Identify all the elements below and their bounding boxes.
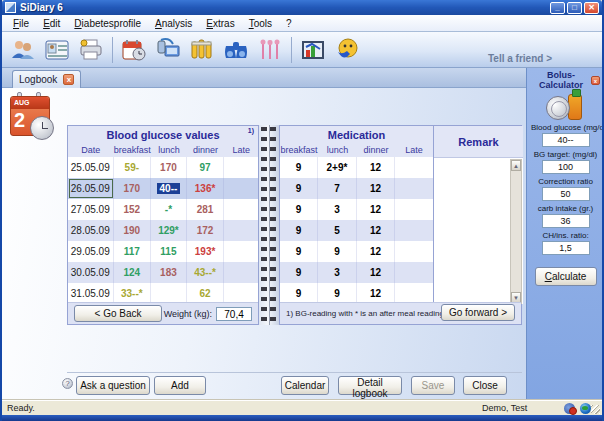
data-transfer-icon[interactable] xyxy=(151,35,185,65)
tell-a-friend-smiley-icon[interactable] xyxy=(330,35,364,65)
glucose-value-cell[interactable]: 62 xyxy=(187,283,225,304)
medication-cell[interactable] xyxy=(395,178,433,199)
glucose-value-cell[interactable] xyxy=(151,283,187,304)
bolus-field-input[interactable]: 1,5 xyxy=(542,241,590,255)
glucose-value-cell[interactable]: 170 xyxy=(114,178,152,199)
medication-cell[interactable]: 9 xyxy=(280,262,318,283)
calculate-button[interactable]: Calculate xyxy=(535,267,597,286)
menu-item-tools[interactable]: Tools xyxy=(242,17,279,30)
close-button[interactable]: ✕ xyxy=(584,2,599,14)
glucose-value-cell[interactable] xyxy=(224,178,258,199)
menu-item-extras[interactable]: Extras xyxy=(199,17,241,30)
medication-cell[interactable]: 9 xyxy=(280,220,318,241)
medication-cell[interactable]: 9 xyxy=(318,241,357,262)
glucose-value-cell[interactable]: 129* xyxy=(151,220,187,241)
go-back-button[interactable]: < Go Back xyxy=(74,305,162,322)
glucose-value-cell[interactable]: 170 xyxy=(151,157,187,178)
users-icon[interactable] xyxy=(6,35,40,65)
medication-cell[interactable]: 12 xyxy=(357,220,395,241)
glucose-value-cell[interactable]: 40-- xyxy=(151,178,187,199)
close-logbook-button[interactable]: Close xyxy=(463,376,507,395)
month-calendar-icon[interactable]: AUG 2 xyxy=(10,92,54,140)
medication-cell[interactable]: 12 xyxy=(357,178,395,199)
logbook-calendar-icon[interactable] xyxy=(117,35,151,65)
glucose-date-cell[interactable]: 29.05.09 xyxy=(68,241,114,262)
glucose-date-cell[interactable]: 27.05.09 xyxy=(68,199,114,220)
print-icon[interactable] xyxy=(74,35,108,65)
glucose-value-cell[interactable]: 43--* xyxy=(187,262,225,283)
glucose-value-cell[interactable] xyxy=(224,283,258,304)
glucose-value-cell[interactable] xyxy=(224,241,258,262)
glucose-value-cell[interactable]: 193* xyxy=(187,241,225,262)
glucose-value-cell[interactable]: 59- xyxy=(114,157,152,178)
detail-logbook-button[interactable]: Detail logbook xyxy=(338,376,402,395)
maximize-button[interactable]: □ xyxy=(567,2,582,14)
glucose-value-cell[interactable]: 33--* xyxy=(114,283,152,304)
medication-cell[interactable]: 12 xyxy=(357,241,395,262)
profile-card-icon[interactable] xyxy=(40,35,74,65)
glucose-value-cell[interactable]: 281 xyxy=(187,199,225,220)
medication-cell[interactable]: 12 xyxy=(357,262,395,283)
glucose-date-cell[interactable]: 25.05.09 xyxy=(68,157,114,178)
add-button[interactable]: Add xyxy=(154,376,206,395)
tell-a-friend-link[interactable]: Tell a friend > xyxy=(488,53,552,64)
glucose-value-cell[interactable] xyxy=(224,199,258,220)
bolus-field-input[interactable]: 100 xyxy=(542,160,590,174)
remark-scrollbar[interactable]: ▲ ▼ xyxy=(510,159,522,304)
glucose-value-cell[interactable]: 190 xyxy=(114,220,152,241)
glucose-value-cell[interactable]: 124 xyxy=(114,262,152,283)
medication-cell[interactable]: 9 xyxy=(280,199,318,220)
medication-cell[interactable] xyxy=(395,199,433,220)
glucose-date-cell[interactable]: 26.05.09 xyxy=(68,178,114,199)
calendar-button[interactable]: Calendar xyxy=(281,376,329,395)
medication-cell[interactable]: 3 xyxy=(318,262,357,283)
glucose-value-cell[interactable]: 115 xyxy=(151,241,187,262)
glucose-value-cell[interactable]: 152 xyxy=(114,199,152,220)
medication-cell[interactable] xyxy=(395,220,433,241)
glucose-date-cell[interactable]: 28.05.09 xyxy=(68,220,114,241)
medication-cell[interactable] xyxy=(395,157,433,178)
bolus-field-input[interactable]: 40-- xyxy=(542,133,590,147)
medication-cell[interactable]: 12 xyxy=(357,157,395,178)
title-bar[interactable]: SiDiary 6 _ □ ✕ xyxy=(2,0,602,15)
glucose-value-cell[interactable] xyxy=(224,157,258,178)
glucose-value-cell[interactable]: 97 xyxy=(187,157,225,178)
menu-item-analysis[interactable]: Analysis xyxy=(148,17,199,30)
glucose-value-cell[interactable]: 172 xyxy=(187,220,225,241)
medication-cell[interactable]: 2+9* xyxy=(318,157,357,178)
glucose-date-cell[interactable]: 30.05.09 xyxy=(68,262,114,283)
medication-cell[interactable]: 9 xyxy=(280,178,318,199)
help-icon[interactable]: ? xyxy=(62,378,73,389)
medication-cell[interactable]: 5 xyxy=(318,220,357,241)
bolus-field-input[interactable]: 36 xyxy=(542,214,590,228)
glucose-date-cell[interactable]: 31.05.09 xyxy=(68,283,114,304)
medication-cell[interactable]: 9 xyxy=(280,157,318,178)
panel-close-icon[interactable]: x xyxy=(591,76,600,85)
glucose-value-cell[interactable]: 136* xyxy=(187,178,225,199)
medication-cell[interactable] xyxy=(395,283,433,304)
menu-item-[interactable]: ? xyxy=(279,17,299,30)
medication-cell[interactable]: 12 xyxy=(357,283,395,304)
nutrition-icon[interactable] xyxy=(253,35,287,65)
medication-cell[interactable]: 9 xyxy=(280,283,318,304)
minimize-button[interactable]: _ xyxy=(550,2,565,14)
glucose-value-cell[interactable]: 183 xyxy=(151,262,187,283)
medication-cell[interactable]: 12 xyxy=(357,199,395,220)
medication-cell[interactable]: 9 xyxy=(318,283,357,304)
ask-question-button[interactable]: Ask a question xyxy=(76,376,150,395)
menu-item-file[interactable]: File xyxy=(6,17,36,30)
lab-values-icon[interactable] xyxy=(185,35,219,65)
glucose-value-cell[interactable] xyxy=(224,262,258,283)
scroll-up-icon[interactable]: ▲ xyxy=(511,160,521,171)
statistics-icon[interactable] xyxy=(296,35,330,65)
remark-textarea[interactable]: ▲ ▼ xyxy=(434,157,523,304)
medication-cell[interactable]: 3 xyxy=(318,199,357,220)
tab-logbook[interactable]: Logbook x xyxy=(12,70,81,88)
resize-grip[interactable] xyxy=(591,405,600,414)
save-button[interactable]: Save xyxy=(411,376,455,395)
medication-cell[interactable]: 9 xyxy=(280,241,318,262)
tab-close-icon[interactable]: x xyxy=(63,74,74,85)
glucose-value-cell[interactable]: 117 xyxy=(114,241,152,262)
menu-item-edit[interactable]: Edit xyxy=(36,17,67,30)
search-icon[interactable] xyxy=(219,35,253,65)
